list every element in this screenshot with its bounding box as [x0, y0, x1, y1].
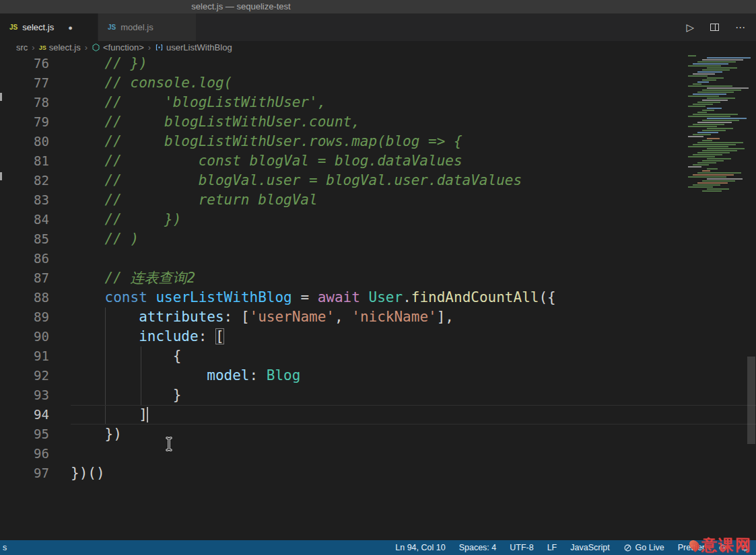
status-item-utf-8[interactable]: UTF-8: [510, 543, 533, 552]
minimap-line: [702, 110, 714, 111]
code-area[interactable]: 76 // })77 // console.log(78 // 'blogLis…: [0, 54, 756, 483]
code-row-82[interactable]: 82 // blogVal.user = blogVal.user.dataVa…: [0, 171, 756, 190]
status-item-ln[interactable]: Ln 94, Col 10: [395, 543, 445, 552]
breadcrumb-separator: ›: [32, 42, 34, 52]
code-row-79[interactable]: 79 // blogListWithUser.count,: [0, 112, 756, 132]
minimap-line: [693, 174, 734, 176]
scrollbar-handle[interactable]: [747, 357, 755, 444]
code-row-88[interactable]: 88 const userListWithBlog = await User.f…: [0, 288, 756, 307]
code-row-94[interactable]: 94 ]: [0, 405, 756, 424]
editor[interactable]: 76 // })77 // console.log(78 // 'blogLis…: [0, 54, 756, 540]
line-number: 94: [0, 405, 49, 424]
minimap-line: [688, 146, 728, 147]
breadcrumb-item-userListWithBlog[interactable]: userListWithBlog: [155, 42, 232, 52]
code-line: })(): [71, 464, 756, 483]
flame-icon: [687, 538, 701, 552]
code-row-77[interactable]: 77 // console.log(: [0, 73, 756, 93]
minimap-line: [702, 140, 712, 141]
line-number: 95: [0, 424, 49, 444]
minimap-line: [693, 164, 709, 165]
window-title: select.js — sequelize-test: [0, 1, 482, 11]
minimap-line: [693, 83, 701, 85]
minimap-line: [707, 77, 724, 79]
tab-model.js[interactable]: JSmodel.js: [98, 13, 197, 41]
line-number: 93: [0, 385, 49, 405]
code-line: // }): [71, 210, 756, 229]
line-number: 76: [0, 54, 49, 73]
more-actions-button[interactable]: ⋯: [735, 22, 745, 34]
status-left-text[interactable]: s: [3, 543, 7, 552]
minimap-line: [707, 158, 731, 159]
left-edge-mark: [0, 172, 2, 180]
minimap-line: [697, 162, 716, 163]
minimap-line: [688, 166, 701, 168]
minimap-line: [702, 150, 737, 151]
minimap-line: [688, 106, 706, 107]
code-row-89[interactable]: 89 attributes: ['userName', 'nickName'],: [0, 307, 756, 327]
minimap-line: [693, 154, 722, 155]
minimap-line: [693, 124, 724, 125]
code-row-86[interactable]: 86: [0, 249, 756, 268]
minimap-line: [707, 138, 720, 139]
code-row-91[interactable]: 91 {: [0, 346, 756, 366]
code-row-80[interactable]: 80 // blogListWithUser.rows.map(blog => …: [0, 132, 756, 151]
breadcrumb-item-selectjs[interactable]: JSselect.js: [39, 42, 81, 52]
status-item-lf[interactable]: LF: [547, 543, 557, 552]
code-line: [71, 249, 756, 268]
code-row-87[interactable]: 87 // 连表查询2: [0, 268, 756, 288]
status-item-javascript[interactable]: JavaScript: [570, 543, 609, 552]
code-line: // blogListWithUser.count,: [71, 112, 756, 132]
minimap-line: [697, 81, 709, 83]
code-row-83[interactable]: 83 // return blogVal: [0, 190, 756, 210]
line-number: 88: [0, 288, 49, 307]
minimap-line: [702, 79, 716, 81]
left-edge-mark: [0, 93, 2, 101]
minimap-line: [702, 89, 741, 91]
code-row-97[interactable]: 97})(): [0, 464, 756, 483]
breadcrumb-item-src[interactable]: src: [16, 42, 28, 52]
code-row-84[interactable]: 84 // }): [0, 210, 756, 229]
tab-label: model.js: [121, 22, 153, 32]
code-row-93[interactable]: 93 }: [0, 385, 756, 405]
status-item-spaces[interactable]: Spaces: 4: [459, 543, 497, 552]
code-line: {: [71, 346, 756, 366]
tab-label: select.js: [22, 22, 54, 32]
code-row-95[interactable]: 95 }): [0, 424, 756, 444]
minimap-line: [702, 120, 739, 121]
tab-select.js[interactable]: JSselect.js●: [0, 13, 98, 41]
status-go-live[interactable]: Go Live: [623, 543, 664, 552]
minimap-line: [707, 98, 735, 99]
minimap-line: [697, 102, 720, 103]
minimap-line: [688, 126, 717, 127]
split-editor-button[interactable]: [710, 24, 719, 31]
modified-dot[interactable]: ●: [68, 24, 73, 32]
minimap-line: [707, 57, 751, 59]
minimap-line: [702, 170, 710, 172]
minimap-line: [693, 63, 728, 65]
code-row-78[interactable]: 78 // 'blogListWithUser',: [0, 93, 756, 112]
breadcrumb-item-function[interactable]: <function>: [92, 42, 144, 52]
minimap[interactable]: [686, 55, 747, 486]
minimap-line: [702, 130, 726, 131]
code-row-90[interactable]: 90 include: [: [0, 327, 756, 346]
scrollbar[interactable]: [747, 54, 756, 540]
code-line: // }): [71, 54, 756, 73]
line-number: 97: [0, 464, 49, 483]
code-line: model: Blog: [71, 366, 756, 385]
run-button[interactable]: ▷: [686, 22, 694, 34]
code-row-76[interactable]: 76 // }): [0, 54, 756, 73]
code-row-85[interactable]: 85 // ): [0, 229, 756, 249]
code-row-92[interactable]: 92 model: Blog: [0, 366, 756, 385]
minimap-line: [702, 180, 735, 182]
code-line: include: [: [71, 327, 756, 346]
code-row-81[interactable]: 81 // const blogVal = blog.dataValues: [0, 151, 756, 171]
minimap-line: [688, 116, 730, 117]
editor-actions: ▷ ⋯: [686, 13, 756, 41]
minimap-line: [707, 108, 722, 109]
code-row-96[interactable]: 96: [0, 444, 756, 464]
minimap-line: [688, 186, 713, 188]
watermark-text: 意课网: [701, 535, 752, 555]
code-line: }): [71, 424, 756, 444]
minimap-line: [688, 136, 703, 137]
minimap-line: [707, 67, 737, 69]
